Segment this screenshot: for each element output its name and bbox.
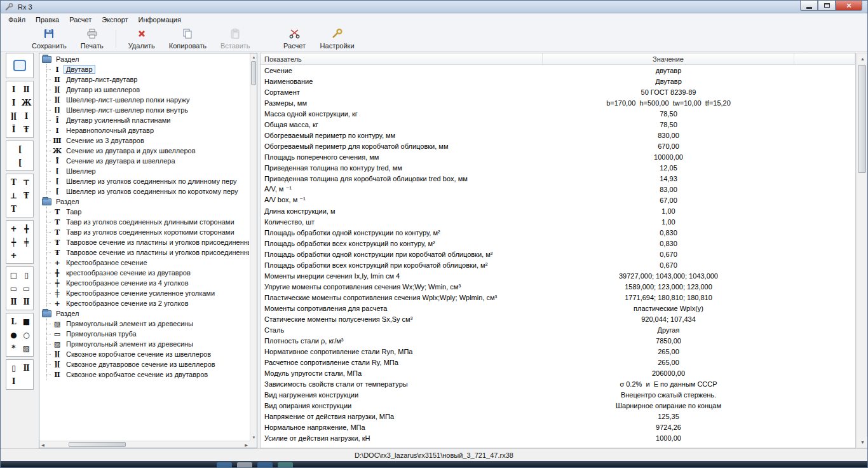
composite-section-icon[interactable]: I [7, 375, 20, 388]
cross-section-icon[interactable]: + [7, 222, 20, 235]
copy-button[interactable]: Копировать [163, 26, 212, 52]
misc-section-icon[interactable]: ■ [20, 315, 32, 328]
table-row[interactable]: Общая масса, кг 78,50 [261, 119, 855, 130]
tree-item[interactable]: Раздел [39, 54, 249, 64]
tree-item[interactable]: [ Швеллер [39, 166, 249, 176]
table-row[interactable]: Обогреваемый периметр по контуру, мм 830… [261, 130, 855, 141]
tree-item[interactable]: I Двутавр [39, 64, 249, 74]
tree-item[interactable]: Ж Сечение из двутавра и двух швеллеров [39, 146, 249, 156]
ibeam-section-icon[interactable]: II [20, 83, 32, 96]
ibeam-section-icon[interactable]: Ж [20, 96, 32, 109]
table-row[interactable]: Приведенная толщина для коробчатой облиц… [261, 173, 855, 184]
close-button[interactable]: × [836, 1, 862, 11]
taskbar-app-icon[interactable] [278, 462, 293, 467]
value-column-header[interactable]: Значение [543, 53, 794, 64]
menu-item[interactable]: Файл [3, 13, 31, 27]
cross-section-icon[interactable]: ╪ [20, 235, 32, 249]
parameter-column-header[interactable]: Показатель [261, 53, 543, 64]
tee-section-icon[interactable]: ⊤ [20, 176, 32, 189]
menu-item[interactable]: Правка [31, 13, 64, 27]
table-row[interactable]: Площадь обработки одной конструкции при … [261, 249, 855, 259]
table-row[interactable]: Площадь поперечного сечения, мм 10000,00 [261, 151, 855, 162]
sections-root-button[interactable] [7, 55, 32, 76]
ibeam-section-icon[interactable]: I [7, 83, 20, 96]
table-row[interactable]: Обогреваемый периметр для коробчатой обл… [261, 141, 855, 151]
tree-item[interactable]: III Сечение из 3 двутавров [39, 135, 249, 146]
calc-button[interactable]: Расчет [278, 26, 312, 52]
taskbar-app-icon[interactable] [217, 462, 232, 467]
tree-item[interactable]: T Тавр [39, 207, 249, 217]
table-row[interactable]: Сортамент 50 ГОСТ 8239-89 [261, 86, 855, 97]
tree-item[interactable]: I Неравнополочный двутавр [39, 125, 249, 135]
rect-section-icon[interactable]: II [7, 295, 20, 308]
misc-section-icon[interactable]: ● [7, 328, 20, 341]
channel-section-icon[interactable]: [ [7, 142, 32, 156]
table-row[interactable]: Площадь обработки всех конструкций по ко… [261, 238, 855, 249]
table-row[interactable]: Напряжение от действия нагрузки, МПа 125… [261, 411, 855, 422]
scroll-right-icon[interactable]: ▶ [243, 441, 250, 448]
tree-item[interactable]: Ŧ Тавровое сечение из пластины и уголков… [39, 237, 249, 247]
table-row[interactable]: Моменты инерции сечения Ix,Iy, Imin см 4… [261, 270, 855, 281]
cross-section-icon[interactable]: ╋ [20, 222, 32, 235]
rect-section-icon[interactable]: □ [7, 268, 20, 282]
tree-item[interactable]: ▭ Прямоугольная труба [39, 329, 249, 339]
tree-item[interactable]: ][ Швеллер-лист-швеллер полки наружу [39, 95, 249, 105]
table-row[interactable]: Площадь обработки одной конструкции по к… [261, 227, 855, 238]
composite-section-icon[interactable]: ▯ [7, 361, 20, 375]
save-button[interactable]: Сохранить [26, 26, 72, 52]
ibeam-section-icon[interactable]: I [7, 96, 20, 109]
tee-section-icon[interactable]: ⊥ [7, 189, 20, 202]
table-row[interactable]: Вид опирания конструкции Шарнирное опира… [261, 400, 855, 411]
tree-item[interactable]: ][ Сквозное коробчатое сечение из швелле… [39, 349, 249, 359]
tree-item[interactable]: ][ Двутавр из швеллеров [39, 85, 249, 95]
tree-item[interactable]: T Тавр из уголков соединенных короткими … [39, 227, 249, 237]
tree-item[interactable]: + Крестообразное сечение из 2 уголков [39, 298, 249, 308]
tree-item[interactable]: II Двутавр-лист-двутавр [39, 74, 249, 85]
windows-taskbar[interactable] [1, 461, 867, 467]
table-row[interactable]: Статические моменты полусечения Sx,Sy см… [261, 313, 855, 324]
table-row[interactable]: Плотность стали ρ, кг/м³ 7850,00 [261, 335, 855, 346]
maximize-button[interactable] [818, 1, 836, 11]
tee-section-icon[interactable]: T [7, 202, 20, 216]
table-row[interactable]: Наименование Двутавр [261, 76, 855, 86]
taskbar-app-icon[interactable] [237, 462, 252, 467]
rect-section-icon[interactable]: ▭ [7, 282, 20, 295]
settings-button[interactable]: Настройки [315, 26, 360, 52]
misc-section-icon[interactable]: L [7, 315, 20, 328]
ibeam-section-icon[interactable]: I [20, 109, 32, 123]
tree-item[interactable]: + Крестообразное сечение [39, 258, 249, 268]
table-row[interactable]: Вид нагружения конструкции Внецентро сжа… [261, 389, 855, 400]
tree-item[interactable]: Ī Сечение из двутавра и швеллера [39, 156, 249, 166]
table-row[interactable]: Количество, шт 1,00 [261, 216, 855, 227]
tree-item[interactable]: Ī Двутавр усиленный пластинами [39, 115, 249, 125]
table-row[interactable]: Масса одной конструкции, кг 78,50 [261, 108, 855, 119]
rect-section-icon[interactable]: II [20, 295, 32, 308]
tree-horizontal-scrollbar[interactable]: ◀ ▶ [39, 441, 250, 448]
tee-section-icon[interactable]: T [7, 176, 20, 189]
rect-section-icon[interactable]: ▯ [20, 268, 32, 282]
tree-item[interactable]: Ŧ Тавровое сечение из пластины и уголков… [39, 247, 249, 258]
tree-item[interactable]: II Сквозное коробчатое сечение из двутав… [39, 369, 249, 380]
scroll-up-icon[interactable]: ▲ [250, 53, 257, 60]
tee-section-icon[interactable]: Ŧ [20, 189, 32, 202]
tree-item[interactable]: ▨ Прямоугольный элемент из древесины [39, 319, 249, 329]
menu-item[interactable]: Информация [133, 13, 186, 27]
tree-hscroll-thumb[interactable] [69, 442, 126, 447]
menu-item[interactable]: Экспорт [97, 13, 133, 27]
scroll-down-icon[interactable]: ▼ [250, 434, 257, 441]
tree-item[interactable]: ▨ Прямоугольный элемент из древесины [39, 339, 249, 349]
table-row[interactable]: A/V box, м ⁻¹ 67,00 [261, 195, 855, 205]
tree-item[interactable]: ┿ Крестообразное сечение из 4 уголков [39, 278, 249, 288]
scroll-left-icon[interactable]: ◀ [39, 441, 46, 448]
table-row[interactable]: Зависимость свойств стали от температуры… [261, 378, 855, 389]
table-row[interactable]: Модуль упругости стали, МПа 206000,00 [261, 368, 855, 378]
tree-item[interactable]: [ Швеллер из уголков соединенных по длин… [39, 176, 249, 186]
table-vertical-scrollbar[interactable]: ▲ ▼ [857, 53, 867, 448]
cross-section-icon[interactable]: + [7, 249, 20, 262]
table-row[interactable]: Размеры, мм b=170,00 h=500,00 tw=10,00 t… [261, 97, 855, 108]
cross-section-icon[interactable]: ┿ [7, 235, 20, 249]
tree-item[interactable]: Раздел [39, 308, 249, 319]
tree-item[interactable]: ╪ Крестообразное сечение усиленное уголк… [39, 288, 249, 298]
minimize-button[interactable] [800, 1, 818, 11]
ibeam-section-icon[interactable]: ][ [7, 109, 20, 123]
